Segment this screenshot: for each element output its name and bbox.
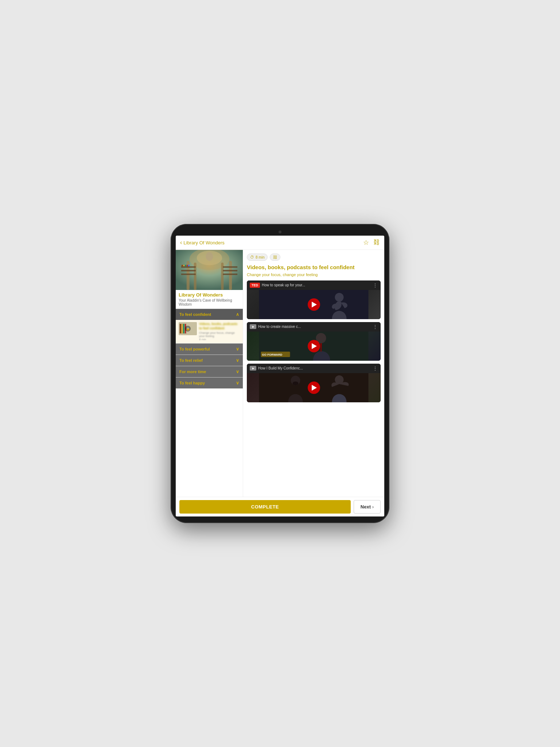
accordion-arrow-happy: ∨ <box>236 380 239 386</box>
next-label: Next <box>361 504 371 510</box>
content-card: 🔒 Videos, books, podcasts to feel confid… <box>179 322 240 341</box>
library-subtitle: Your Aladdin's Cave of Wellbeing Wisdom <box>176 298 243 309</box>
link-icon[interactable]: ⛓ <box>373 239 380 247</box>
svg-rect-15 <box>185 265 186 266</box>
back-label: Library Of Wonders <box>183 240 224 245</box>
video-more-icon-3[interactable]: ⋮ <box>373 365 378 371</box>
video-header-3: ▶ How I Build My Confidenc... ⋮ <box>247 364 381 373</box>
next-arrow-icon: › <box>372 504 374 510</box>
video-more-icon-2[interactable]: ⋮ <box>373 324 378 330</box>
accordion-arrow-confident: ∧ <box>236 312 239 317</box>
play-triangle-2 <box>312 343 317 349</box>
svg-rect-9 <box>181 274 196 275</box>
accordion-item-confident: To feel confident ∧ <box>176 309 243 343</box>
svg-point-34 <box>293 382 299 385</box>
video-title-2: How to create massive c... <box>258 325 301 329</box>
video-header-left-1: TED How to speak up for your... <box>250 283 305 288</box>
content-main-title: Videos, books, podcasts to feel confiden… <box>247 264 381 271</box>
lock-icon: 🔒 <box>185 326 191 332</box>
content-duration: 8 min <box>199 338 240 341</box>
svg-rect-16 <box>187 265 188 266</box>
play-button-1[interactable] <box>308 298 320 311</box>
video-card-1: TED How to speak up for your... ⋮ <box>247 280 381 319</box>
accordion-label-powerful: To feel powerful <box>179 347 210 351</box>
svg-rect-22 <box>182 324 183 333</box>
svg-text:GO FORWARD: GO FORWARD <box>262 353 283 356</box>
accordion-item-time: For more time ∨ <box>176 366 243 377</box>
svg-rect-8 <box>181 270 196 271</box>
svg-rect-12 <box>223 274 237 275</box>
video-card-3: ▶ How I Build My Confidenc... ⋮ <box>247 364 381 402</box>
accordion-header-confident[interactable]: To feel confident ∧ <box>176 309 243 320</box>
accordion-arrow-time: ∨ <box>236 369 239 374</box>
svg-rect-17 <box>188 265 190 266</box>
video-thumbnail-2[interactable]: GO FORWARD <box>247 332 381 361</box>
video-header-1: TED How to speak up for your... ⋮ <box>247 280 381 290</box>
accordion-header-powerful[interactable]: To feel powerful ∨ <box>176 344 243 355</box>
play-button-2[interactable] <box>308 340 320 352</box>
complete-button[interactable]: COMPLETE <box>179 500 351 514</box>
accordion-label-relief: To feel relief <box>179 358 203 363</box>
svg-rect-7 <box>181 266 196 268</box>
accordion-label-happy: To feel happy <box>179 381 205 385</box>
video-header-left-3: ▶ How I Build My Confidenc... <box>250 366 303 371</box>
play-button-3[interactable] <box>308 382 320 394</box>
svg-point-26 <box>335 293 344 302</box>
video-title-1: How to speak up for your... <box>262 283 305 287</box>
content-text: Videos, books, podcasts to feel confiden… <box>199 322 240 341</box>
camera <box>279 231 281 233</box>
tablet-screen: ‹ Library Of Wonders ☆ ⛓ <box>176 236 384 516</box>
header-actions: ☆ ⛓ <box>363 239 380 247</box>
meta-badges: ⏱ 8 min ⛓ <box>247 253 381 261</box>
ted-badge: TED <box>250 283 260 288</box>
back-navigation[interactable]: ‹ Library Of Wonders <box>180 239 225 246</box>
content-main-subtitle: Change your focus, change your feeling <box>247 272 381 277</box>
svg-rect-6 <box>229 261 232 290</box>
duration-badge: ⏱ 8 min <box>247 253 268 261</box>
accordion-header-relief[interactable]: To feel relief ∨ <box>176 355 243 366</box>
video-thumbnail-3[interactable] <box>247 373 381 402</box>
blurred-subtitle: Change your focus, change your feeling <box>199 331 240 338</box>
library-image-inner <box>176 250 243 290</box>
tablet-frame: ‹ Library Of Wonders ☆ ⛓ <box>171 224 389 523</box>
duration-text: 8 min <box>256 255 264 259</box>
accordion-item-powerful: To feel powerful ∨ <box>176 343 243 355</box>
bottom-bar: COMPLETE Next › <box>176 497 384 516</box>
svg-rect-23 <box>183 324 184 333</box>
link-badge[interactable]: ⛓ <box>270 253 280 261</box>
video-header-left-2: ▶ How to create massive c... <box>250 324 301 329</box>
svg-point-18 <box>206 252 213 261</box>
svg-rect-21 <box>180 324 181 333</box>
content-thumbnail: 🔒 <box>179 322 197 335</box>
yt-icon-3: ▶ <box>250 366 256 371</box>
accordion-header-time[interactable]: For more time ∨ <box>176 366 243 377</box>
back-chevron-icon: ‹ <box>180 239 182 246</box>
clock-icon: ⏱ <box>250 255 254 259</box>
video-more-icon-1[interactable]: ⋮ <box>373 282 378 288</box>
library-name: Library Of Wonders <box>179 292 240 298</box>
svg-rect-11 <box>223 270 237 271</box>
yt-icon-2: ▶ <box>250 324 256 329</box>
next-button[interactable]: Next › <box>354 500 381 514</box>
video-title-3: How I Build My Confidenc... <box>258 366 303 370</box>
video-card-2: ▶ How to create massive c... ⋮ <box>247 322 381 361</box>
accordion-header-happy[interactable]: To feel happy ∨ <box>176 378 243 388</box>
accordion-arrow-powerful: ∨ <box>236 347 239 352</box>
library-hero-image <box>176 250 243 290</box>
right-panel: ⏱ 8 min ⛓ Videos, books, podcasts to fee… <box>243 250 384 497</box>
svg-rect-13 <box>182 265 183 266</box>
main-content: Library Of Wonders Your Aladdin's Cave o… <box>176 250 384 497</box>
left-panel: Library Of Wonders Your Aladdin's Cave o… <box>176 250 243 497</box>
accordion-content-confident: 🔒 Videos, books, podcasts to feel confid… <box>176 320 243 343</box>
library-title-section: Library Of Wonders <box>176 290 243 298</box>
svg-rect-14 <box>183 265 184 266</box>
play-triangle-3 <box>312 385 317 391</box>
accordion-item-happy: To feel happy ∨ <box>176 377 243 388</box>
chain-icon: ⛓ <box>273 255 277 259</box>
play-triangle-1 <box>312 302 317 307</box>
star-icon[interactable]: ☆ <box>363 239 369 247</box>
accordion-label-confident: To feel confident <box>179 312 211 317</box>
accordion-label-time: For more time <box>179 369 206 374</box>
blurred-title: Videos, books, podcasts to feel confiden… <box>199 322 240 330</box>
video-thumbnail-1[interactable] <box>247 290 381 319</box>
